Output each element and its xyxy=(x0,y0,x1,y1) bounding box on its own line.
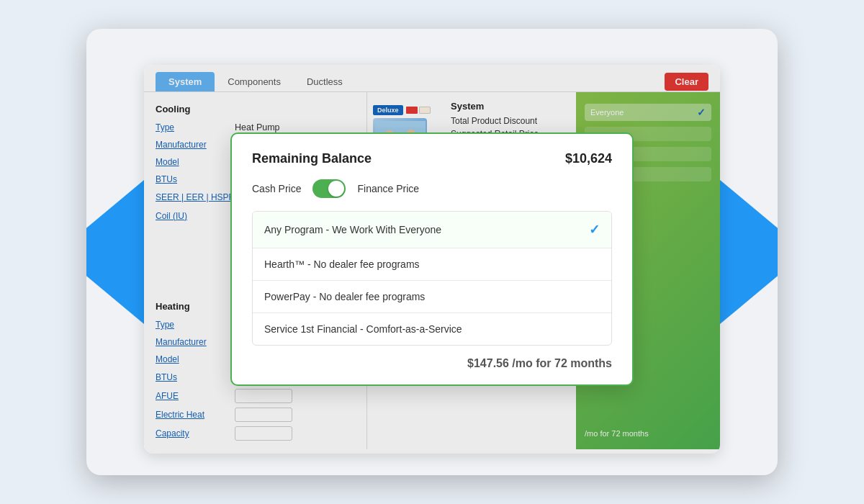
program-service1st-label: Service 1st Financial - Comfort-as-a-Ser… xyxy=(264,323,462,335)
program-any-label: Any Program - We Work With Everyone xyxy=(264,224,441,235)
program-item-any[interactable]: Any Program - We Work With Everyone ✓ xyxy=(253,212,611,248)
main-card: System Components Ductless Clear Cooling… xyxy=(144,65,720,454)
modal-header: Remaining Balance $10,624 xyxy=(252,151,612,166)
remaining-balance-label: Remaining Balance xyxy=(252,151,565,166)
modal-card: Remaining Balance $10,624 Cash Price Fin… xyxy=(230,132,634,386)
program-item-service1st[interactable]: Service 1st Financial - Comfort-as-a-Ser… xyxy=(253,313,611,345)
program-powerpay-label: PowerPay - No dealer fee programs xyxy=(264,291,425,302)
right-arrow-decoration xyxy=(720,180,778,324)
program-list: Any Program - We Work With Everyone ✓ He… xyxy=(252,211,612,346)
finance-price-toggle-label: Finance Price xyxy=(357,183,419,194)
program-any-checkmark: ✓ xyxy=(589,222,600,238)
left-arrow-decoration xyxy=(86,180,144,324)
modal-footer: $147.56 /mo for 72 months xyxy=(252,357,612,370)
program-item-hearth[interactable]: Hearth™ - No dealer fee programs xyxy=(253,248,611,281)
program-hearth-label: Hearth™ - No dealer fee programs xyxy=(264,258,420,270)
cash-price-toggle-label: Cash Price xyxy=(252,183,301,194)
toggle-row: Cash Price Finance Price xyxy=(252,179,612,198)
modal-overlay: Remaining Balance $10,624 Cash Price Fin… xyxy=(144,65,720,454)
modal-monthly-payment: $147.56 /mo for 72 months xyxy=(467,357,612,369)
remaining-balance-value: $10,624 xyxy=(565,151,612,166)
finance-toggle[interactable] xyxy=(312,179,346,198)
program-item-powerpay[interactable]: PowerPay - No dealer fee programs xyxy=(253,281,611,313)
